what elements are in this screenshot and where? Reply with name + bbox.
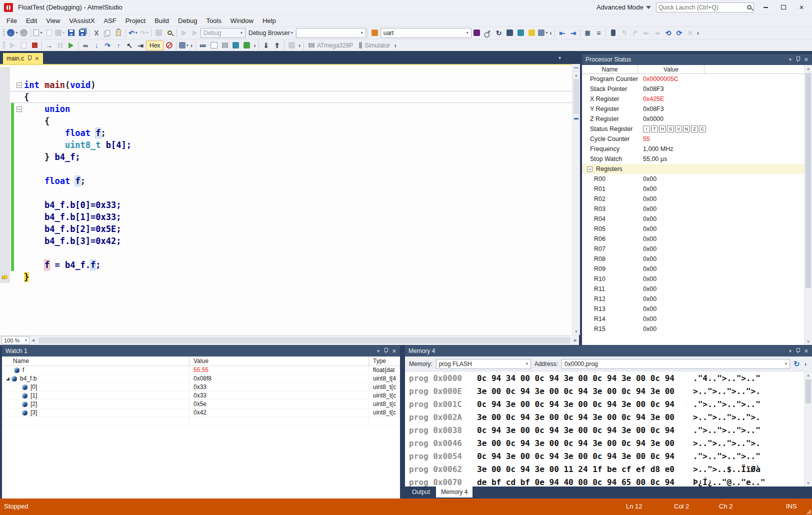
tab-close-icon[interactable]: ✕	[34, 56, 39, 62]
window-menu-icon[interactable]: ▾	[377, 348, 380, 354]
status-flag-box[interactable]: N	[683, 126, 690, 132]
outline-margin[interactable]	[14, 175, 24, 187]
toolbar-overflow[interactable]: •▾	[803, 362, 808, 366]
breakpoint-window-icon[interactable]: ▾	[178, 40, 189, 51]
register-row[interactable]: R080x00	[582, 254, 804, 264]
code-text[interactable]: float f;	[24, 175, 86, 187]
menu-item-window[interactable]: Window	[226, 16, 258, 26]
memory-row[interactable]: prog 0x000E3e 00 0c 94 3e 00 0c 94 3e 00…	[405, 384, 804, 398]
launch-tool-icon[interactable]	[526, 28, 538, 38]
memory-row[interactable]: prog 0x001C0c 94 3e 00 0c 94 3e 00 0c 94…	[405, 398, 804, 410]
advanced-mode-dropdown[interactable]: Advanced Mode	[596, 4, 651, 11]
save-button[interactable]	[66, 28, 76, 38]
memory-scrollbar[interactable]: ▲ ▼	[804, 372, 812, 486]
uncomment-lines-icon[interactable]: ≡	[593, 28, 604, 38]
processor-row[interactable]: Cycle Counter55	[582, 134, 804, 144]
refresh-icon[interactable]: ↻	[494, 28, 504, 38]
menu-item-help[interactable]: Help	[258, 16, 280, 26]
splitter-handle[interactable]	[572, 64, 580, 72]
code-text[interactable]: uint8_t b[4];	[24, 139, 132, 151]
profiling-icon[interactable]	[286, 40, 297, 51]
menu-item-project[interactable]: Project	[121, 16, 150, 26]
close-icon[interactable]: ✕	[804, 57, 808, 62]
copy-button[interactable]	[102, 28, 113, 38]
register-row[interactable]: R050x00	[582, 224, 804, 234]
scroll-down-icon[interactable]: ▼	[804, 338, 812, 345]
processor-status-titlebar[interactable]: Processor Status ▾ ✕	[582, 54, 812, 65]
start-debugging-button[interactable]	[178, 28, 190, 38]
pin-icon[interactable]	[384, 348, 388, 354]
toolbar-overflow-4[interactable]: •▾	[252, 44, 258, 47]
address-combobox[interactable]: 0x0000,prog▾	[562, 359, 790, 369]
memory-row[interactable]: prog 0x00463e 00 0c 94 3e 00 0c 94 3e 00…	[405, 436, 804, 450]
register-row[interactable]: R110x00	[582, 284, 804, 294]
watch-row[interactable]: b4_f.b0x08f8uint8_t[4	[2, 374, 400, 383]
breakpoint-margin[interactable]	[0, 187, 10, 199]
quick-launch-box[interactable]	[656, 2, 754, 12]
resize-grip[interactable]	[806, 509, 811, 514]
code-text[interactable]: union	[24, 103, 70, 115]
hscrollbar-thumb[interactable]	[38, 338, 570, 344]
register-row[interactable]: R010x00	[582, 184, 804, 194]
refresh-icon[interactable]: ↻	[794, 360, 800, 368]
outline-margin[interactable]	[14, 115, 24, 127]
status-flag-box[interactable]: S	[667, 126, 674, 132]
bookmark-toggle-icon[interactable]	[608, 28, 618, 38]
toolbar-overflow-5[interactable]: •▾	[297, 44, 302, 47]
run-button[interactable]	[66, 40, 76, 51]
document-list-chevron-icon[interactable]: ▾	[558, 55, 561, 60]
breakpoint-margin[interactable]	[0, 211, 10, 223]
bookmark-next-doc-icon[interactable]: ⟳	[674, 28, 684, 38]
watch-titlebar[interactable]: Watch 1 ▾ ✕	[2, 346, 400, 356]
menu-item-file[interactable]: File	[2, 16, 22, 26]
callstack-window-icon[interactable]: ≔	[198, 40, 208, 51]
code-text[interactable]: b4_f.b[1]=0x33;	[24, 211, 121, 223]
watch-row[interactable]: [1]0x33uint8_t{c	[2, 392, 400, 400]
code-text[interactable]: f = b4_f.f;	[24, 259, 101, 271]
watch-row-empty[interactable]	[2, 417, 400, 426]
run-without-debug-button[interactable]	[190, 28, 200, 38]
bookmark-next-icon[interactable]: ↱	[630, 28, 640, 38]
debugger-selector[interactable]: Simulator	[356, 42, 393, 49]
terminal-icon[interactable]: ▾	[538, 28, 548, 38]
indent-decrease-icon[interactable]: ⇤	[556, 28, 568, 38]
breakpoint-margin[interactable]	[0, 271, 10, 283]
toolbar-overflow-3[interactable]: •▾	[189, 44, 194, 47]
menu-item-vassistx[interactable]: VAssistX	[64, 16, 99, 26]
code-text[interactable]: b4_f.b[3]=0x42;	[24, 235, 121, 247]
minimize-button[interactable]	[759, 2, 772, 12]
outline-margin[interactable]	[14, 199, 24, 211]
processor-scrollbar[interactable]: ▲ ▼	[804, 65, 812, 345]
register-row[interactable]: R130x00	[582, 304, 804, 314]
watch-row[interactable]: [3]0x42uint8_t{c	[2, 408, 400, 417]
scrollbar-thumb[interactable]	[806, 73, 811, 288]
bookmark-clear-icon[interactable]: ✕	[684, 28, 696, 38]
memory-rows[interactable]: prog 0x00000c 94 34 00 0c 94 3e 00 0c 94…	[405, 372, 804, 486]
close-icon[interactable]: ✕	[804, 348, 808, 354]
editor-vertical-scrollbar[interactable]: ▲ ▼	[572, 64, 580, 335]
outline-margin[interactable]	[14, 163, 24, 175]
breakpoint-margin[interactable]	[0, 223, 10, 235]
export-extension-icon[interactable]	[472, 28, 482, 38]
code-editor[interactable]: int main(void){ union { float f; uint8_t…	[0, 64, 579, 335]
watch-row[interactable]: [0]0x33uint8_t{c	[2, 383, 400, 392]
navigate-back-button[interactable]: ←▾	[7, 28, 18, 38]
register-row[interactable]: R150x00	[582, 324, 804, 334]
code-text[interactable]: } b4_f;	[24, 151, 80, 163]
find-button[interactable]	[164, 28, 175, 38]
registers-group-header[interactable]: Registers	[582, 164, 804, 174]
menu-item-edit[interactable]: Edit	[22, 16, 42, 26]
paste-button[interactable]	[113, 28, 124, 38]
hex-toggle-button[interactable]: Hex	[146, 40, 164, 50]
undo-button[interactable]: ↶▾	[128, 28, 138, 38]
build-button[interactable]	[153, 28, 164, 38]
stop-debugging-button[interactable]	[29, 40, 40, 51]
breakpoint-margin[interactable]	[0, 139, 10, 151]
memory-row[interactable]: prog 0x0070de bf cd bf 0e 94 40 00 0c 94…	[405, 476, 804, 486]
breakpoint-margin[interactable]	[0, 67, 10, 79]
processor-row[interactable]: Stop Watch55,00 µs	[582, 154, 804, 164]
processor-row[interactable]: Y Register0x08F3	[582, 104, 804, 114]
menu-item-debug[interactable]: Debug	[174, 16, 202, 26]
register-row[interactable]: R000x00	[582, 174, 804, 184]
code-text[interactable]: {	[24, 115, 50, 127]
